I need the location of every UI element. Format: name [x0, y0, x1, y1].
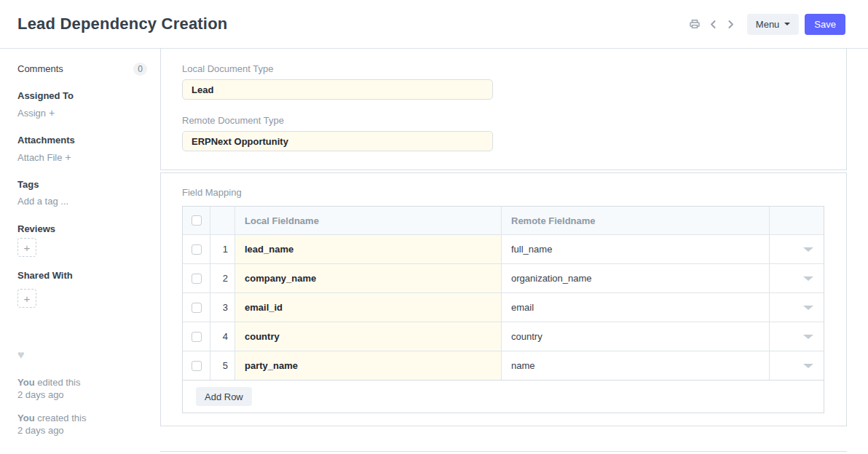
menu-button[interactable]: Menu: [747, 14, 800, 35]
grid-footer: Add Row: [182, 381, 824, 413]
select-arrow-icon: [803, 306, 813, 310]
select-all-checkbox[interactable]: [192, 215, 202, 226]
page: Lead Dependency Creation: [0, 0, 868, 454]
next-button[interactable]: [725, 18, 737, 31]
row-index: 1: [210, 235, 235, 263]
local-document-type-field[interactable]: Lead: [182, 79, 493, 100]
attachments-heading: Attachments: [17, 135, 147, 146]
chevron-right-icon: [726, 20, 735, 29]
column-header-actions: [770, 207, 824, 234]
save-button[interactable]: Save: [805, 14, 845, 35]
grid-header-row: Local Fieldname Remote Fieldname: [183, 207, 824, 234]
reviews-heading: Reviews: [17, 223, 147, 235]
prev-button[interactable]: [707, 18, 719, 31]
row-index: 4: [210, 322, 235, 351]
activity-action: edited this: [37, 377, 80, 388]
remote-document-type-field[interactable]: ERPNext Opportunity: [182, 131, 493, 151]
comment-count-badge: 0: [133, 63, 147, 76]
assign-link[interactable]: Assign+: [17, 107, 55, 119]
table-row: 4 country country: [183, 322, 824, 351]
row-checkbox[interactable]: [192, 274, 202, 284]
row-index: 2: [210, 264, 235, 292]
field-mapping-section: Field Mapping Local Fieldname Remote Fie…: [160, 172, 847, 426]
plus-icon: +: [65, 151, 71, 163]
header-actions: Menu Save: [682, 14, 845, 35]
remote-fieldname-cell[interactable]: full_name: [502, 235, 770, 263]
share-button[interactable]: +: [17, 289, 36, 308]
row-expand-control[interactable]: [770, 293, 824, 322]
activity-actor: You: [17, 413, 35, 423]
table-row: 2 company_name organization_name: [183, 263, 824, 292]
table-row: 3 email_id email: [183, 292, 824, 322]
row-expand-control[interactable]: [770, 351, 824, 380]
plus-icon: +: [49, 107, 55, 119]
row-checkbox[interactable]: [192, 332, 202, 342]
row-expand-control[interactable]: [770, 264, 824, 292]
activity-when: 2 days ago: [17, 424, 147, 437]
remote-document-type-label: Remote Document Type: [182, 115, 846, 127]
row-index: 5: [210, 351, 235, 380]
add-review-button[interactable]: +: [17, 238, 36, 257]
print-button[interactable]: [687, 17, 702, 31]
column-header-local-fieldname: Local Fieldname: [235, 207, 502, 234]
bottom-section-divider: [160, 451, 847, 454]
assigned-to-heading: Assigned To: [17, 90, 147, 102]
activity-entry-created: You created this 2 days ago: [17, 412, 147, 437]
local-document-type-label: Local Document Type: [182, 63, 846, 75]
activity-entry-edited: You edited this 2 days ago: [17, 376, 147, 401]
add-tag-input[interactable]: Add a tag ...: [17, 196, 68, 207]
shared-with-heading: Shared With: [17, 270, 147, 282]
save-button-label: Save: [814, 19, 836, 30]
menu-button-label: Menu: [756, 19, 780, 30]
remote-fieldname-cell[interactable]: email: [502, 293, 770, 322]
table-row: 1 lead_name full_name: [183, 234, 824, 263]
local-fieldname-cell[interactable]: country: [235, 322, 502, 351]
remote-fieldname-cell[interactable]: organization_name: [502, 264, 770, 292]
local-fieldname-cell[interactable]: lead_name: [235, 235, 502, 263]
attach-file-label: Attach File: [17, 152, 62, 163]
select-arrow-icon: [803, 364, 813, 368]
activity-actor: You: [17, 377, 35, 388]
row-index-header: [210, 207, 235, 234]
select-arrow-icon: [803, 276, 813, 281]
row-expand-control[interactable]: [770, 322, 824, 351]
like-heart-icon[interactable]: ♥: [17, 349, 25, 361]
sidebar: Comments 0 Assigned To Assign+ Attachmen…: [0, 49, 160, 454]
select-arrow-icon: [803, 247, 813, 252]
assign-link-label: Assign: [17, 108, 46, 119]
printer-icon: [689, 18, 701, 30]
chevron-left-icon: [709, 20, 718, 29]
tags-heading: Tags: [17, 179, 147, 191]
table-row: 5 party_name name: [183, 351, 824, 380]
row-checkbox[interactable]: [192, 361, 202, 371]
sidebar-item-comments[interactable]: Comments 0: [17, 63, 147, 76]
remote-fieldname-cell[interactable]: country: [502, 322, 770, 351]
activity-action: created this: [37, 413, 86, 423]
local-fieldname-cell[interactable]: company_name: [235, 264, 502, 292]
local-fieldname-cell[interactable]: email_id: [235, 293, 502, 322]
grid-table: Local Fieldname Remote Fieldname 1 lead_…: [182, 206, 824, 381]
plus-icon: +: [24, 292, 31, 305]
plus-icon: +: [24, 242, 31, 254]
remote-fieldname-cell[interactable]: name: [502, 351, 770, 380]
add-row-button[interactable]: Add Row: [196, 387, 252, 406]
local-fieldname-cell[interactable]: party_name: [235, 351, 502, 380]
document-type-section: Local Document Type Lead Remote Document…: [160, 49, 847, 170]
row-expand-control[interactable]: [770, 235, 824, 263]
page-title: Lead Dependency Creation: [17, 15, 227, 33]
comments-label: Comments: [17, 63, 63, 75]
activity-when: 2 days ago: [17, 389, 147, 401]
attach-file-link[interactable]: Attach File+: [17, 151, 71, 164]
row-index: 3: [210, 293, 235, 322]
column-header-remote-fieldname: Remote Fieldname: [502, 207, 770, 234]
app-header: Lead Dependency Creation: [0, 0, 868, 49]
row-checkbox[interactable]: [192, 303, 202, 313]
field-mapping-label: Field Mapping: [182, 187, 846, 199]
caret-down-icon: [784, 23, 790, 25]
select-arrow-icon: [803, 335, 813, 339]
row-checkbox[interactable]: [192, 244, 202, 255]
